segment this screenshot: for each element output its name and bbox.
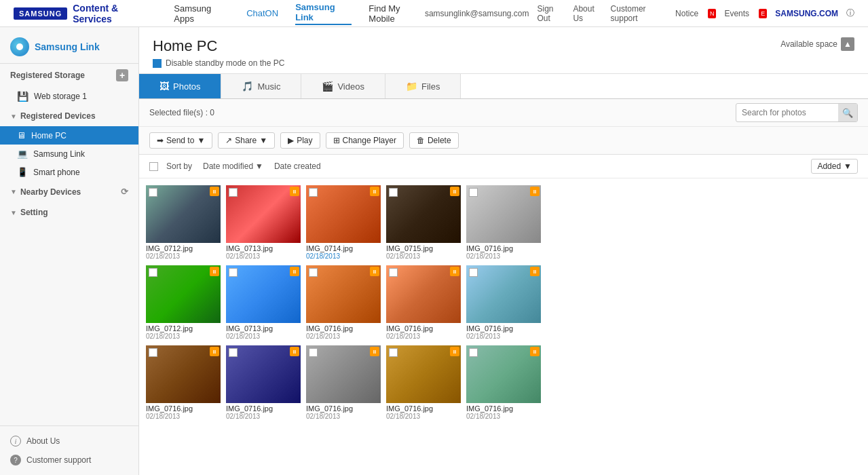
refresh-icon[interactable]: ⟳ (121, 187, 128, 197)
sort-select-all[interactable] (149, 162, 158, 171)
content-subtitle: Disable standby mode on the PC (153, 58, 284, 68)
tabs: 🖼 Photos 🎵 Music 🎬 Videos 📁 Files (139, 74, 868, 99)
photo-date: 02/18/2013 (306, 413, 381, 420)
top-nav: Samsung Apps ChatON Samsung Link Find My… (174, 2, 425, 25)
top-bar-right: samsunglink@samsung.com Sign Out About U… (425, 4, 854, 23)
photo-checkbox[interactable] (309, 348, 318, 357)
photo-checkbox[interactable] (149, 188, 157, 197)
sort-date-created[interactable]: Date created (271, 160, 324, 172)
sign-out-link[interactable]: Sign Out (537, 4, 565, 23)
sidebar-logo: Samsung Link (0, 27, 138, 64)
photo-checkbox[interactable] (389, 348, 398, 357)
list-item[interactable]: II IMG_0716.jpg 02/18/2013 (306, 265, 381, 340)
registered-storage-label: Registered Storage (10, 71, 85, 80)
photo-checkbox[interactable] (229, 348, 238, 357)
photo-checkbox[interactable] (469, 188, 478, 197)
search-button[interactable]: 🔍 (838, 104, 857, 121)
disable-standby-label: Disable standby mode on the PC (166, 58, 284, 68)
list-item[interactable]: II IMG_0712.jpg 02/18/2013 (146, 185, 221, 260)
setting-header[interactable]: ▼ Setting (0, 202, 138, 223)
add-storage-button[interactable]: + (116, 69, 128, 81)
nearby-devices-arrow: ▼ (10, 188, 17, 195)
sort-date-modified[interactable]: Date modified ▼ (200, 160, 266, 172)
customer-support-link[interactable]: Customer support (611, 4, 668, 23)
samsung-link-device-icon: 💻 (17, 149, 28, 159)
change-player-button[interactable]: ⊞ Change Player (326, 132, 404, 149)
photo-date: 02/18/2013 (306, 252, 381, 260)
disable-standby-checkbox[interactable] (153, 59, 162, 68)
photo-thumbnail: II (226, 345, 301, 403)
play-button[interactable]: ▶ Play (280, 132, 320, 149)
photo-grid: II IMG_0712.jpg 02/18/2013 II IMG_0713.j… (139, 178, 868, 475)
search-input[interactable] (736, 105, 838, 120)
share-button[interactable]: ↗ Share ▼ (218, 132, 275, 149)
events-label: Events (724, 9, 749, 18)
list-item[interactable]: II IMG_0716.jpg 02/18/2013 (226, 345, 301, 420)
list-item[interactable]: II IMG_0716.jpg 02/18/2013 (146, 345, 221, 420)
nav-chaton[interactable]: ChatON (246, 8, 278, 18)
photo-badge: II (370, 347, 379, 356)
photo-row: II IMG_0712.jpg 02/18/2013 II IMG_0713.j… (146, 185, 861, 260)
nav-samsung-apps[interactable]: Samsung Apps (174, 3, 229, 24)
registered-devices-header[interactable]: ▼ Registered Devices (0, 106, 138, 126)
sidebar-item-web-storage[interactable]: 💾 Web storage 1 (0, 87, 138, 106)
photo-checkbox[interactable] (149, 268, 157, 277)
photo-checkbox[interactable] (389, 268, 398, 277)
list-item[interactable]: II IMG_0716.jpg 02/18/2013 (386, 265, 461, 340)
tab-videos[interactable]: 🎬 Videos (301, 74, 385, 98)
files-tab-label: Files (421, 81, 440, 92)
customer-support-sidebar-item[interactable]: ? Customer support (0, 451, 138, 470)
about-us-sidebar-item[interactable]: i About Us (0, 432, 138, 451)
nearby-devices-header[interactable]: ▼ Nearby Devices ⟳ (0, 181, 138, 202)
sort-dropdown[interactable]: Added ▼ (811, 159, 858, 174)
notice-badge: N (708, 9, 716, 18)
selected-count: Selected file(s) : 0 (149, 108, 214, 117)
photo-checkbox[interactable] (229, 188, 238, 197)
photo-name: IMG_0715.jpg (386, 244, 461, 252)
photo-name: IMG_0713.jpg (226, 324, 301, 332)
photo-checkbox[interactable] (469, 268, 478, 277)
sidebar-item-smartphone[interactable]: 📱 Smart phone (0, 163, 138, 181)
content-header: Home PC Disable standby mode on the PC A… (139, 27, 868, 74)
send-to-button[interactable]: ➡ Send to ▼ (149, 132, 212, 149)
delete-label: Delete (428, 136, 451, 145)
photo-thumbnail: II (466, 345, 541, 403)
list-item[interactable]: II IMG_0716.jpg 02/18/2013 (306, 345, 381, 420)
space-button[interactable]: ▲ (841, 37, 854, 51)
delete-button[interactable]: 🗑 Delete (409, 132, 459, 149)
photo-checkbox[interactable] (309, 268, 318, 277)
list-item[interactable]: II IMG_0714.jpg 02/18/2013 (306, 185, 381, 260)
photo-checkbox[interactable] (309, 188, 318, 197)
list-item[interactable]: II IMG_0716.jpg 02/18/2013 (466, 345, 541, 420)
tab-files[interactable]: 📁 Files (385, 74, 461, 98)
list-item[interactable]: II IMG_0713.jpg 02/18/2013 (226, 185, 301, 260)
setting-label: Setting (20, 208, 48, 217)
list-item[interactable]: II IMG_0716.jpg 02/18/2013 (386, 345, 461, 420)
samsung-com[interactable]: SAMSUNG.COM (775, 9, 838, 18)
list-item[interactable]: II IMG_0712.jpg 02/18/2013 (146, 265, 221, 340)
list-item[interactable]: II IMG_0713.jpg 02/18/2013 (226, 265, 301, 340)
photo-date: 02/18/2013 (386, 332, 461, 340)
photo-badge: II (530, 187, 540, 196)
tab-music[interactable]: 🎵 Music (221, 74, 301, 98)
sort-by-label[interactable]: Sort by (164, 160, 195, 172)
photo-badge: II (210, 347, 219, 356)
tab-photos[interactable]: 🖼 Photos (139, 74, 221, 98)
photo-checkbox[interactable] (229, 268, 238, 277)
nav-find-my-mobile[interactable]: Find My Mobile (369, 3, 425, 24)
photo-checkbox[interactable] (469, 348, 478, 357)
smartphone-label: Smart phone (33, 168, 80, 177)
photo-badge: II (450, 347, 459, 356)
list-item[interactable]: II IMG_0716.jpg 02/18/2013 (466, 265, 541, 340)
list-item[interactable]: II IMG_0715.jpg 02/18/2013 (386, 185, 461, 260)
sidebar-item-samsung-link[interactable]: 💻 Samsung Link (0, 145, 138, 163)
photo-checkbox[interactable] (149, 348, 157, 357)
nav-samsung-link[interactable]: Samsung Link (295, 2, 352, 25)
sidebar-item-home-pc[interactable]: 🖥 Home PC (0, 126, 138, 145)
about-us-link[interactable]: About Us (573, 4, 602, 23)
list-item[interactable]: II IMG_0716.jpg 02/18/2013 (466, 185, 541, 260)
photo-checkbox[interactable] (389, 188, 398, 197)
send-to-label: Send to (166, 136, 194, 145)
videos-tab-icon: 🎬 (322, 81, 333, 92)
main-layout: Samsung Link Registered Storage + 💾 Web … (0, 27, 868, 475)
